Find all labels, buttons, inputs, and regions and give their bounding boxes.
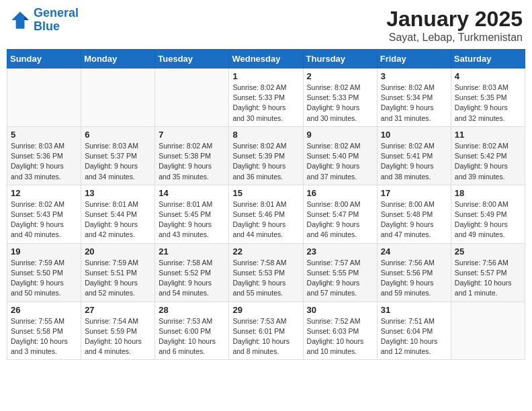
day-info: Sunrise: 7:54 AM Sunset: 5:59 PM Dayligh… (85, 316, 151, 357)
weekday-header-thursday: Thursday (303, 50, 377, 68)
day-number: 14 (159, 188, 225, 198)
day-number: 31 (381, 305, 447, 315)
calendar-cell: 14Sunrise: 8:01 AM Sunset: 5:45 PM Dayli… (155, 185, 229, 243)
week-row-4: 19Sunrise: 7:59 AM Sunset: 5:50 PM Dayli… (7, 243, 525, 302)
calendar-cell: 4Sunrise: 8:03 AM Sunset: 5:35 PM Daylig… (451, 68, 525, 127)
day-info: Sunrise: 8:02 AM Sunset: 5:33 PM Dayligh… (307, 83, 373, 124)
day-number: 8 (232, 130, 299, 140)
calendar-cell: 20Sunrise: 7:59 AM Sunset: 5:51 PM Dayli… (81, 243, 155, 302)
calendar-cell: 3Sunrise: 8:02 AM Sunset: 5:34 PM Daylig… (377, 68, 451, 127)
day-info: Sunrise: 8:00 AM Sunset: 5:48 PM Dayligh… (381, 199, 447, 240)
weekday-header-saturday: Saturday (451, 50, 525, 68)
day-info: Sunrise: 7:57 AM Sunset: 5:55 PM Dayligh… (307, 258, 373, 299)
day-number: 29 (232, 305, 299, 315)
day-number: 2 (307, 71, 373, 81)
day-number: 7 (159, 130, 225, 140)
day-info: Sunrise: 8:03 AM Sunset: 5:37 PM Dayligh… (85, 141, 151, 182)
day-info: Sunrise: 8:03 AM Sunset: 5:36 PM Dayligh… (11, 141, 77, 182)
calendar-cell: 18Sunrise: 8:00 AM Sunset: 5:49 PM Dayli… (451, 185, 525, 243)
day-info: Sunrise: 8:02 AM Sunset: 5:41 PM Dayligh… (381, 141, 447, 182)
calendar-cell (451, 302, 525, 360)
calendar-cell: 28Sunrise: 7:53 AM Sunset: 6:00 PM Dayli… (155, 302, 229, 360)
calendar-cell: 12Sunrise: 8:02 AM Sunset: 5:43 PM Dayli… (7, 185, 81, 243)
day-info: Sunrise: 8:00 AM Sunset: 5:49 PM Dayligh… (455, 199, 521, 240)
day-info: Sunrise: 8:01 AM Sunset: 5:45 PM Dayligh… (159, 199, 225, 240)
logo-icon (9, 9, 31, 31)
day-number: 3 (381, 71, 447, 81)
day-info: Sunrise: 8:02 AM Sunset: 5:39 PM Dayligh… (232, 141, 299, 182)
calendar-cell: 13Sunrise: 8:01 AM Sunset: 5:44 PM Dayli… (81, 185, 155, 243)
day-number: 6 (85, 130, 151, 140)
logo-line1: General (34, 6, 79, 19)
weekday-header-sunday: Sunday (7, 50, 81, 68)
day-info: Sunrise: 8:02 AM Sunset: 5:38 PM Dayligh… (159, 141, 225, 182)
calendar-cell: 7Sunrise: 8:02 AM Sunset: 5:38 PM Daylig… (155, 126, 229, 185)
calendar-cell: 10Sunrise: 8:02 AM Sunset: 5:41 PM Dayli… (377, 126, 451, 185)
day-number: 27 (85, 305, 151, 315)
calendar-cell (7, 68, 81, 127)
calendar-cell: 19Sunrise: 7:59 AM Sunset: 5:50 PM Dayli… (7, 243, 81, 302)
title-block: January 2025 Sayat, Lebap, Turkmenistan (386, 7, 523, 44)
day-number: 23 (307, 246, 373, 257)
week-row-1: 1Sunrise: 8:02 AM Sunset: 5:33 PM Daylig… (7, 68, 525, 127)
calendar-cell: 25Sunrise: 7:56 AM Sunset: 5:57 PM Dayli… (451, 243, 525, 302)
calendar-cell: 27Sunrise: 7:54 AM Sunset: 5:59 PM Dayli… (81, 302, 155, 360)
calendar-cell: 29Sunrise: 7:53 AM Sunset: 6:01 PM Dayli… (229, 302, 303, 360)
day-number: 13 (85, 188, 151, 198)
calendar-cell: 23Sunrise: 7:57 AM Sunset: 5:55 PM Dayli… (303, 243, 377, 302)
day-info: Sunrise: 7:53 AM Sunset: 6:00 PM Dayligh… (159, 316, 225, 357)
calendar-title: January 2025 (386, 7, 523, 32)
calendar-table: SundayMondayTuesdayWednesdayThursdayFrid… (7, 49, 525, 360)
weekday-header-friday: Friday (377, 50, 451, 68)
calendar-cell (155, 68, 229, 127)
calendar-cell: 31Sunrise: 7:51 AM Sunset: 6:04 PM Dayli… (377, 302, 451, 360)
day-info: Sunrise: 7:59 AM Sunset: 5:51 PM Dayligh… (85, 258, 151, 299)
week-row-2: 5Sunrise: 8:03 AM Sunset: 5:36 PM Daylig… (7, 126, 525, 185)
calendar-cell (81, 68, 155, 127)
day-number: 5 (11, 130, 77, 140)
day-number: 15 (232, 188, 299, 198)
day-info: Sunrise: 8:02 AM Sunset: 5:40 PM Dayligh… (307, 141, 373, 182)
day-info: Sunrise: 8:03 AM Sunset: 5:35 PM Dayligh… (455, 83, 521, 124)
calendar-cell: 5Sunrise: 8:03 AM Sunset: 5:36 PM Daylig… (7, 126, 81, 185)
weekday-row: SundayMondayTuesdayWednesdayThursdayFrid… (7, 50, 525, 68)
day-info: Sunrise: 8:02 AM Sunset: 5:34 PM Dayligh… (381, 83, 447, 124)
day-number: 12 (11, 188, 77, 198)
calendar-cell: 17Sunrise: 8:00 AM Sunset: 5:48 PM Dayli… (377, 185, 451, 243)
day-number: 17 (381, 188, 447, 198)
page-header: General Blue January 2025 Sayat, Lebap, … (7, 7, 525, 44)
day-info: Sunrise: 7:59 AM Sunset: 5:50 PM Dayligh… (11, 258, 77, 299)
day-number: 25 (455, 246, 521, 257)
calendar-subtitle: Sayat, Lebap, Turkmenistan (386, 32, 523, 44)
day-number: 24 (381, 246, 447, 257)
day-number: 1 (232, 71, 299, 81)
day-info: Sunrise: 7:58 AM Sunset: 5:52 PM Dayligh… (159, 258, 225, 299)
day-info: Sunrise: 7:51 AM Sunset: 6:04 PM Dayligh… (381, 316, 447, 357)
calendar-header: SundayMondayTuesdayWednesdayThursdayFrid… (7, 50, 525, 68)
day-number: 19 (11, 246, 77, 257)
calendar-cell: 21Sunrise: 7:58 AM Sunset: 5:52 PM Dayli… (155, 243, 229, 302)
day-info: Sunrise: 7:52 AM Sunset: 6:03 PM Dayligh… (307, 316, 373, 357)
day-info: Sunrise: 8:02 AM Sunset: 5:33 PM Dayligh… (232, 83, 299, 124)
day-info: Sunrise: 7:53 AM Sunset: 6:01 PM Dayligh… (232, 316, 299, 357)
day-info: Sunrise: 8:00 AM Sunset: 5:47 PM Dayligh… (307, 199, 373, 240)
calendar-cell: 6Sunrise: 8:03 AM Sunset: 5:37 PM Daylig… (81, 126, 155, 185)
calendar-cell: 16Sunrise: 8:00 AM Sunset: 5:47 PM Dayli… (303, 185, 377, 243)
weekday-header-monday: Monday (81, 50, 155, 68)
day-number: 18 (455, 188, 521, 198)
day-info: Sunrise: 7:58 AM Sunset: 5:53 PM Dayligh… (232, 258, 299, 299)
week-row-3: 12Sunrise: 8:02 AM Sunset: 5:43 PM Dayli… (7, 185, 525, 243)
day-number: 10 (381, 130, 447, 140)
day-info: Sunrise: 8:02 AM Sunset: 5:43 PM Dayligh… (11, 199, 77, 240)
day-number: 9 (307, 130, 373, 140)
day-number: 28 (159, 305, 225, 315)
calendar-cell: 15Sunrise: 8:01 AM Sunset: 5:46 PM Dayli… (229, 185, 303, 243)
calendar-cell: 8Sunrise: 8:02 AM Sunset: 5:39 PM Daylig… (229, 126, 303, 185)
logo-text: General Blue (34, 7, 79, 34)
day-info: Sunrise: 8:02 AM Sunset: 5:42 PM Dayligh… (455, 141, 521, 182)
day-info: Sunrise: 8:01 AM Sunset: 5:44 PM Dayligh… (85, 199, 151, 240)
calendar-cell: 11Sunrise: 8:02 AM Sunset: 5:42 PM Dayli… (451, 126, 525, 185)
day-number: 22 (232, 246, 299, 257)
day-info: Sunrise: 8:01 AM Sunset: 5:46 PM Dayligh… (232, 199, 299, 240)
calendar-cell: 22Sunrise: 7:58 AM Sunset: 5:53 PM Dayli… (229, 243, 303, 302)
